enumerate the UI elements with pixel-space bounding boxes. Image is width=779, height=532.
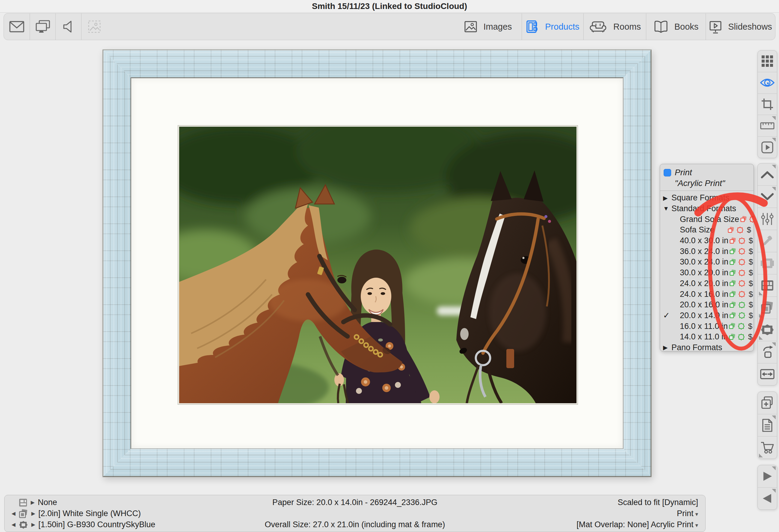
layout-button[interactable] — [758, 274, 777, 296]
speaker-icon — [62, 20, 75, 33]
add-to-order-button[interactable] — [758, 392, 777, 414]
price-indicator[interactable]: $ — [746, 247, 753, 256]
rail-group-order — [758, 392, 777, 459]
status-right-column: Scaled to fit [Dynamic] Print▾ [Mat Over… — [577, 497, 698, 530]
tab-products[interactable]: Products — [522, 13, 583, 40]
menu-corner-indicator — [772, 466, 776, 470]
flip-horizontal-button[interactable] — [758, 363, 777, 385]
ruler-button[interactable] — [758, 115, 777, 136]
mat-availability-icon — [727, 227, 735, 234]
disclosure-open-icon[interactable]: ▼ — [663, 205, 671, 212]
photo-image[interactable] — [178, 125, 578, 404]
tab-books[interactable]: Books — [646, 13, 706, 40]
book-icon — [653, 20, 668, 33]
eyedropper-button[interactable] — [758, 230, 777, 252]
mat-availability-icon — [729, 322, 736, 330]
preview-eye-button[interactable] — [758, 72, 777, 94]
audio-button[interactable] — [55, 13, 81, 40]
mat-availability-icon — [729, 291, 736, 298]
format-row[interactable]: Sofa Size $ — [660, 225, 754, 235]
format-row[interactable]: 30.0 x 24.0 in $ — [660, 257, 754, 268]
format-row[interactable]: 16.0 x 11.0 in $ — [660, 321, 754, 332]
framed-print-preview[interactable] — [103, 50, 651, 477]
tab-rooms-label: Rooms — [613, 22, 641, 32]
price-indicator[interactable]: $ — [746, 311, 753, 320]
product-type-label: Print — [675, 168, 692, 177]
image-placeholder-icon — [87, 20, 101, 34]
tab-slideshows[interactable]: Slideshows — [706, 13, 775, 40]
format-group-square-formats[interactable]: ▶ Square Formats — [660, 193, 754, 203]
menu-corner-indicator — [759, 291, 763, 295]
chevron-down-icon — [761, 193, 774, 201]
price-indicator[interactable]: $ — [744, 225, 751, 235]
product-color-swatch — [664, 169, 671, 176]
rotate-button[interactable] — [758, 341, 777, 363]
format-row[interactable]: 24.0 x 16.0 in $ — [660, 289, 754, 300]
menu-corner-indicator — [772, 165, 776, 169]
image-icon — [464, 21, 477, 33]
format-row[interactable]: ✓ 20.0 x 14.0 in $ — [660, 310, 754, 321]
tab-rooms[interactable]: Rooms — [583, 13, 646, 40]
price-indicator[interactable]: $ — [746, 257, 753, 267]
frame-button[interactable] — [758, 319, 777, 341]
format-group-standard-formats[interactable]: ▼ Standard Formats — [660, 203, 754, 214]
rail-group-view — [758, 50, 777, 158]
frame-edge-right — [623, 50, 651, 477]
price-indicator[interactable]: $ — [746, 300, 753, 309]
price-indicator[interactable]: $ — [746, 236, 753, 245]
mats-button[interactable] — [758, 297, 777, 319]
order-report-icon — [762, 419, 773, 432]
mats-overlap-icon — [761, 301, 774, 314]
ruler-icon — [760, 122, 775, 130]
projection-setup-button[interactable] — [29, 13, 55, 40]
format-row[interactable]: 24.0 x 20.0 in $ — [660, 278, 754, 289]
add-page-icon — [761, 396, 774, 410]
price-indicator[interactable]: $ — [746, 332, 752, 342]
mat-overlap-menu[interactable]: [Mat Overlap: None] Acrylic Print▾ — [577, 519, 698, 530]
frame-availability-icon — [749, 216, 754, 223]
format-row[interactable]: 40.0 x 30.0 in $ — [660, 235, 754, 246]
thumbnail-grid-button[interactable] — [758, 51, 777, 72]
format-row[interactable]: Grand Sofa Size $ — [660, 214, 754, 225]
mat-availability-icon — [729, 258, 736, 266]
disclosure-closed-icon[interactable]: ▶ — [663, 194, 671, 201]
mat-style-button[interactable] — [758, 252, 777, 274]
window-title: Smith 15/11/23 (Linked to StudioCloud) — [312, 1, 467, 11]
previous-size-button[interactable] — [758, 164, 777, 185]
format-row[interactable]: 30.0 x 20.0 in $ — [660, 268, 754, 278]
product-type-menu[interactable]: Print▾ — [577, 508, 698, 519]
crop-button[interactable] — [758, 94, 777, 115]
tab-images[interactable]: Images — [455, 13, 522, 40]
ornate-frame-icon — [761, 324, 774, 336]
order-report-button[interactable] — [758, 414, 777, 436]
previous-image-button[interactable] — [758, 487, 777, 510]
mat-availability-icon — [729, 312, 736, 319]
price-indicator[interactable]: $ — [746, 279, 753, 288]
tab-images-label: Images — [483, 22, 512, 32]
crop-icon — [761, 98, 774, 111]
price-indicator[interactable]: $ — [746, 290, 753, 299]
shopping-cart-icon — [761, 441, 774, 454]
mat-availability-icon — [729, 280, 736, 287]
format-row[interactable]: 20.0 x 16.0 in $ — [660, 300, 754, 310]
chevron-up-icon — [761, 171, 774, 179]
format-group-pano-formats[interactable]: ▶ Pano Formats — [660, 342, 754, 351]
next-size-button[interactable] — [758, 185, 777, 208]
disclosure-closed-icon[interactable]: ▶ — [663, 344, 671, 351]
frame-availability-icon — [738, 322, 745, 330]
slideshow-play-button[interactable] — [758, 136, 777, 158]
email-button[interactable] — [4, 13, 29, 40]
frame-edge-bottom — [103, 449, 651, 477]
format-row[interactable]: 36.0 x 24.0 in $ — [660, 246, 754, 257]
proselect-window: Smith 15/11/23 (Linked to StudioCloud) I… — [0, 0, 779, 532]
format-row[interactable]: 14.0 x 11.0 in $ — [660, 332, 754, 342]
mat-availability-icon — [729, 269, 736, 277]
price-indicator[interactable]: $ — [746, 322, 752, 331]
next-image-button[interactable] — [758, 465, 777, 487]
image-placeholder-button[interactable] — [81, 13, 107, 40]
frame-availability-icon — [738, 291, 745, 298]
price-indicator[interactable]: $ — [746, 268, 753, 277]
adjustments-button[interactable] — [758, 208, 777, 230]
shopping-cart-button[interactable] — [758, 436, 777, 459]
mat-availability-icon — [729, 248, 736, 255]
